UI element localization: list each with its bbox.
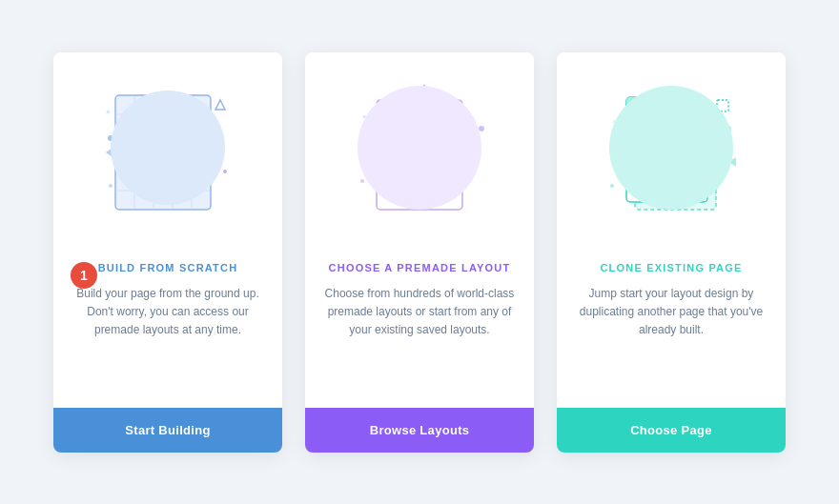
svg-text:×: × [106,108,111,116]
card-3-content: CLONE EXISTING PAGE Jump start your layo… [557,252,786,389]
card-premade-layout: × × CHOOSE A PREMADE LAYOUT Choose from … [305,52,534,453]
svg-point-18 [223,170,227,173]
svg-point-40 [360,179,364,183]
choose-page-button[interactable]: Choose Page [557,408,786,453]
card-2-title: CHOOSE A PREMADE LAYOUT [329,262,511,273]
deco-circle-2 [358,86,481,210]
card-build-scratch: × × 1 BUILD FROM SCRATCH Build your page… [53,52,282,453]
svg-point-65 [610,184,614,188]
card-2-illustration: × × [305,52,534,252]
card-1-badge: 1 [71,262,97,289]
card-clone-page: × CLONE EXISTING PAGE Jump start your la… [557,52,786,453]
card-1-illustration: × × [53,52,282,252]
svg-marker-16 [215,100,225,110]
cards-container: × × 1 BUILD FROM SCRATCH Build your page… [34,33,805,472]
card-3-title: CLONE EXISTING PAGE [600,262,742,273]
card-2-description: Choose from hundreds of world-class prem… [324,285,515,389]
card-3-description: Jump start your layout design by duplica… [576,285,767,389]
deco-circle-3 [609,86,733,210]
card-1-description: Build your page from the ground up. Don'… [72,285,263,389]
svg-point-39 [479,126,484,131]
card-3-illustration: × [557,52,786,252]
deco-circle-1 [111,91,225,205]
browse-layouts-button[interactable]: Browse Layouts [305,408,534,453]
card-1-title: BUILD FROM SCRATCH [98,262,238,273]
start-building-button[interactable]: Start Building [53,408,282,453]
svg-point-19 [109,184,113,188]
card-2-content: CHOOSE A PREMADE LAYOUT Choose from hund… [305,252,534,389]
